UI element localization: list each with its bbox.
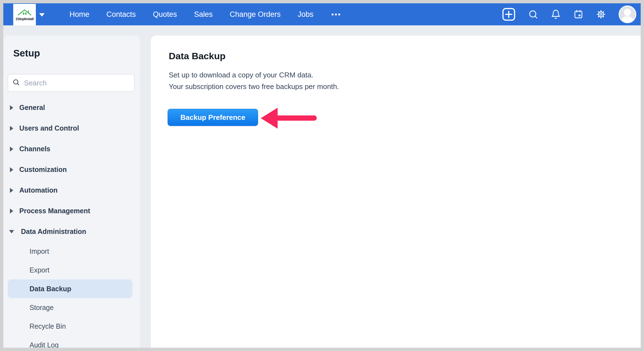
sidebar-item-audit-log[interactable]: Audit Log — [8, 336, 132, 348]
sidebar-item-users-and-control[interactable]: Users and Control — [3, 118, 140, 139]
app-window: 1StopInstall Home Contacts Quotes Sales … — [3, 3, 641, 348]
sidebar-item-storage[interactable]: Storage — [8, 298, 132, 317]
chevron-right-icon — [10, 209, 13, 214]
sidebar-item-export[interactable]: Export — [8, 261, 132, 279]
search-input[interactable] — [24, 79, 130, 87]
chevron-right-icon — [10, 126, 13, 131]
search-icon[interactable] — [528, 9, 538, 19]
chevron-down-icon — [9, 230, 14, 233]
user-avatar[interactable] — [619, 6, 636, 23]
nav-item-quotes[interactable]: Quotes — [153, 10, 177, 19]
sidebar-item-data-backup[interactable]: Data Backup — [8, 279, 132, 298]
page-description: Set up to download a copy of your CRM da… — [169, 69, 339, 92]
logo-house-icon — [17, 9, 32, 17]
sidebar-item-data-administration[interactable]: Data Administration — [3, 221, 140, 242]
add-record-icon[interactable] — [502, 8, 516, 21]
chevron-right-icon — [10, 105, 13, 110]
chevron-right-icon — [10, 167, 13, 172]
topbar-actions — [502, 3, 636, 25]
nav-more-ellipsis-icon[interactable] — [331, 13, 341, 15]
nav-item-home[interactable]: Home — [69, 10, 89, 19]
annotation-arrow-icon — [260, 107, 318, 131]
notifications-bell-icon[interactable] — [551, 9, 561, 19]
sidebar-item-import[interactable]: Import — [8, 242, 132, 261]
sidebar-item-recycle-bin[interactable]: Recycle Bin — [8, 317, 132, 336]
nav-item-contacts[interactable]: Contacts — [106, 10, 136, 19]
screenshot-frame: 1StopInstall Home Contacts Quotes Sales … — [0, 0, 644, 351]
org-logo[interactable]: 1StopInstall — [13, 4, 36, 25]
chevron-right-icon — [10, 188, 13, 193]
calendar-icon[interactable] — [573, 9, 583, 19]
sidebar-item-general[interactable]: General — [3, 97, 140, 118]
sidebar-item-channels[interactable]: Channels — [3, 139, 140, 159]
logo-text: 1StopInstall — [15, 17, 34, 21]
settings-gear-icon[interactable] — [596, 9, 606, 19]
search-icon — [12, 79, 20, 87]
nav-item-sales[interactable]: Sales — [194, 10, 213, 19]
sidebar-search[interactable] — [8, 74, 135, 92]
page-title: Data Backup — [169, 51, 226, 61]
description-line-1: Set up to download a copy of your CRM da… — [169, 69, 339, 81]
sidebar-item-automation[interactable]: Automation — [3, 180, 140, 201]
nav-item-change-orders[interactable]: Change Orders — [230, 10, 281, 19]
setup-sidebar: Setup General Users and Control — [3, 36, 140, 348]
nav-item-jobs[interactable]: Jobs — [298, 10, 313, 19]
description-line-2: Your subscription covers two free backup… — [169, 81, 339, 92]
sidebar-item-customization[interactable]: Customization — [3, 159, 140, 180]
top-navigation-bar: 1StopInstall Home Contacts Quotes Sales … — [3, 3, 641, 25]
org-switcher-caret-icon[interactable] — [39, 13, 45, 17]
sidebar-item-process-management[interactable]: Process Management — [3, 201, 140, 221]
data-backup-panel: Data Backup Set up to download a copy of… — [151, 36, 641, 348]
setup-nav-list: General Users and Control Channels Custo… — [3, 97, 140, 348]
backup-preference-button[interactable]: Backup Preference — [168, 109, 258, 126]
primary-nav: Home Contacts Quotes Sales Change Orders… — [69, 3, 341, 25]
sidebar-title: Setup — [13, 48, 40, 59]
chevron-right-icon — [10, 147, 13, 152]
